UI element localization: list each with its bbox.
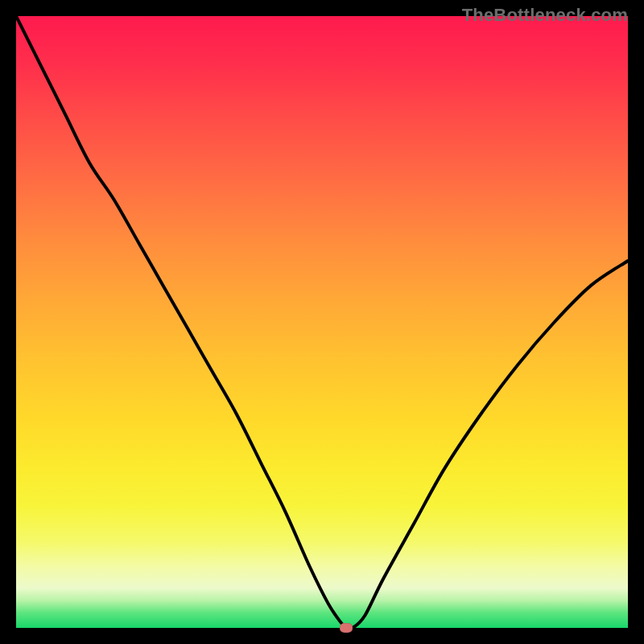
chart-frame: TheBottleneck.com <box>0 0 644 644</box>
minimum-marker <box>340 623 353 633</box>
plot-gradient-background <box>16 16 628 628</box>
plot-outer-border <box>16 16 628 628</box>
watermark-label: TheBottleneck.com <box>462 5 628 26</box>
